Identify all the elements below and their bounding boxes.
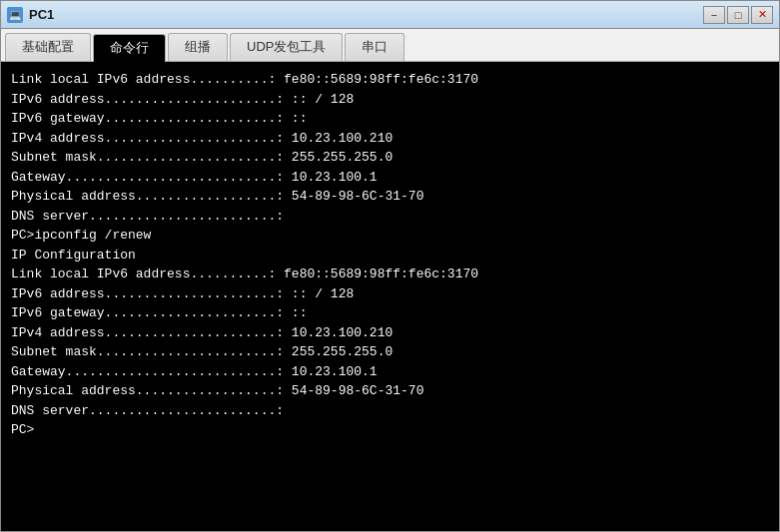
terminal-prompt: PC> xyxy=(11,420,769,440)
terminal-line: IPv6 address......................: :: /… xyxy=(11,90,769,110)
minimize-button[interactable]: − xyxy=(703,6,725,24)
tab-command-line[interactable]: 命令行 xyxy=(93,34,166,62)
tab-udp-tool[interactable]: UDP发包工具 xyxy=(230,33,343,61)
terminal-line: IPv6 gateway......................: :: xyxy=(11,303,769,323)
main-window: 💻 PC1 − □ ✕ 基础配置 命令行 组播 UDP发包工具 串口 Link … xyxy=(0,0,780,532)
window-controls: − □ ✕ xyxy=(703,6,773,24)
terminal-content: Link local IPv6 address..........: fe80:… xyxy=(11,70,769,440)
terminal-line: Subnet mask.......................: 255.… xyxy=(11,148,769,168)
terminal-output[interactable]: Link local IPv6 address..........: fe80:… xyxy=(1,62,779,531)
terminal-line: Gateway...........................: 10.2… xyxy=(11,362,769,382)
terminal-line: Gateway...........................: 10.2… xyxy=(11,168,769,188)
terminal-line: IPv4 address......................: 10.2… xyxy=(11,129,769,149)
title-bar: 💻 PC1 − □ ✕ xyxy=(1,1,779,29)
window-icon: 💻 xyxy=(7,7,23,23)
tab-basic-config[interactable]: 基础配置 xyxy=(5,33,91,61)
close-button[interactable]: ✕ xyxy=(751,6,773,24)
terminal-line: IP Configuration xyxy=(11,246,769,266)
maximize-button[interactable]: □ xyxy=(727,6,749,24)
terminal-line: Physical address..................: 54-8… xyxy=(11,381,769,401)
terminal-line: IPv4 address......................: 10.2… xyxy=(11,323,769,343)
terminal-line: Link local IPv6 address..........: fe80:… xyxy=(11,70,769,90)
terminal-line: Link local IPv6 address..........: fe80:… xyxy=(11,265,769,284)
terminal-line: IPv6 gateway......................: :: xyxy=(11,109,769,129)
window-title: PC1 xyxy=(29,7,703,22)
terminal-line: Subnet mask.......................: 255.… xyxy=(11,342,769,362)
tab-multicast[interactable]: 组播 xyxy=(168,33,228,61)
tab-bar: 基础配置 命令行 组播 UDP发包工具 串口 xyxy=(1,29,779,62)
terminal-line: Physical address..................: 54-8… xyxy=(11,187,769,207)
terminal-line: PC>ipconfig /renew xyxy=(11,226,769,246)
terminal-line: DNS server........................: xyxy=(11,401,769,421)
terminal-line: DNS server........................: xyxy=(11,207,769,227)
tab-serial[interactable]: 串口 xyxy=(345,33,404,61)
terminal-line: IPv6 address......................: :: /… xyxy=(11,284,769,304)
